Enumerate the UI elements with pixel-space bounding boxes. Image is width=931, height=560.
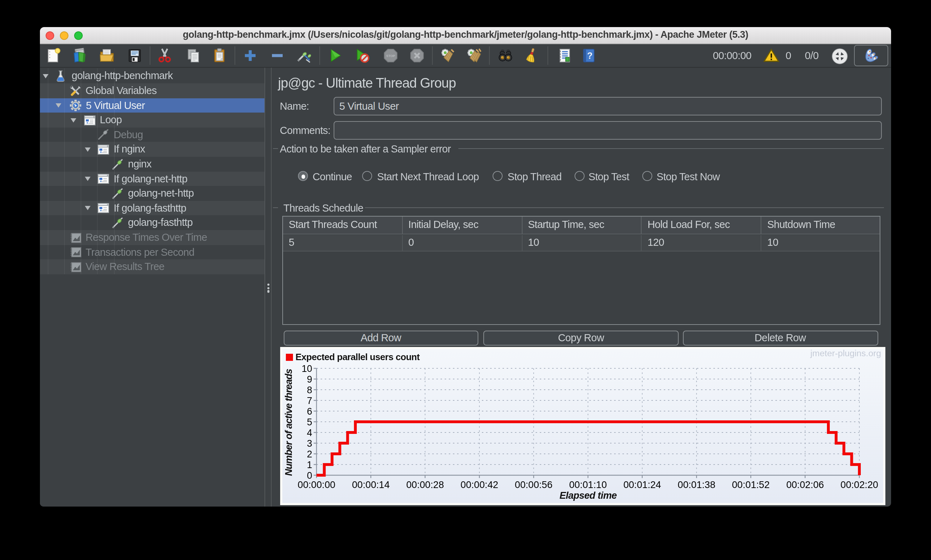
svg-text:5: 5 xyxy=(307,417,312,428)
svg-text:2: 2 xyxy=(307,449,312,460)
svg-text:Number of active threads: Number of active threads xyxy=(283,369,294,476)
svg-text:00:01:52: 00:01:52 xyxy=(732,479,769,490)
svg-text:00:00:14: 00:00:14 xyxy=(352,479,390,490)
svg-text:00:01:38: 00:01:38 xyxy=(678,479,715,490)
svg-text:00:00:56: 00:00:56 xyxy=(515,479,552,490)
svg-text:00:02:06: 00:02:06 xyxy=(786,479,824,490)
svg-text:STOP: STOP xyxy=(386,54,395,58)
svg-text:Expected parallel users count: Expected parallel users count xyxy=(296,352,420,362)
svg-text:4: 4 xyxy=(307,428,312,438)
svg-text:6: 6 xyxy=(307,406,312,417)
svg-text:3: 3 xyxy=(307,438,312,449)
svg-text:00:00:00: 00:00:00 xyxy=(297,479,335,490)
svg-text:00:01:10: 00:01:10 xyxy=(569,479,607,490)
svg-text:8: 8 xyxy=(307,385,312,395)
svg-text:7: 7 xyxy=(307,395,312,406)
svg-text:00:02:20: 00:02:20 xyxy=(840,479,878,490)
svg-text:1: 1 xyxy=(307,460,312,470)
svg-text:00:00:28: 00:00:28 xyxy=(406,479,444,490)
svg-text:00:01:24: 00:01:24 xyxy=(623,479,661,490)
svg-text:10: 10 xyxy=(302,363,312,374)
svg-text:00:00:42: 00:00:42 xyxy=(461,479,498,490)
svg-text:Elapsed time: Elapsed time xyxy=(560,490,617,501)
svg-text:jmeter-plugins.org: jmeter-plugins.org xyxy=(810,349,881,358)
svg-text:?: ? xyxy=(587,51,592,60)
svg-text:9: 9 xyxy=(307,374,312,385)
